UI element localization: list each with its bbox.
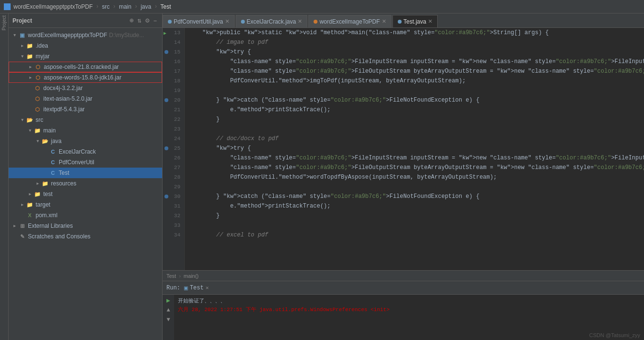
- tab-excel[interactable]: ExcelJarCrack.java ✕: [236, 15, 308, 27]
- code-line-24: // doc/docx to pdf: [189, 134, 640, 144]
- add-icon[interactable]: ⊕: [128, 15, 134, 26]
- tree-item-main[interactable]: ▾📁main: [9, 125, 162, 136]
- tree-item-test[interactable]: ▸📁test: [9, 189, 162, 199]
- tree-icon-folder: 📁: [26, 42, 34, 50]
- tree-item-itext-asian[interactable]: ⬡itext-asian-5.2.0.jar: [9, 93, 162, 104]
- tab-close[interactable]: ✕: [225, 18, 229, 25]
- tab-test[interactable]: Test.java ✕: [392, 15, 438, 27]
- run-tab-label: Test: [190, 285, 204, 291]
- tab-close[interactable]: ✕: [428, 18, 432, 25]
- code-line-25: "kw">try {: [189, 144, 640, 153]
- tab-label: ExcelJarCrack.java: [247, 18, 296, 25]
- code-line-32: }: [189, 211, 640, 221]
- line-number-27: 27: [163, 163, 184, 172]
- scroll-up-button[interactable]: ▲: [164, 306, 172, 314]
- tab-close[interactable]: ✕: [298, 18, 302, 25]
- tree-item-PdfConverUtil[interactable]: CPdfConverUtil: [9, 157, 162, 168]
- tree-arrow[interactable]: ▸: [18, 201, 26, 209]
- editor-breadcrumb: Test › main(): [163, 270, 644, 281]
- tree-label: PdfConverUtil: [59, 159, 94, 166]
- tab-icon: [168, 20, 172, 24]
- line-number-16: 16: [163, 57, 184, 66]
- tree-label: wordExcelImagepptpptxToPDF: [28, 32, 107, 39]
- tree-item-target[interactable]: ▸📁target: [9, 199, 162, 210]
- line-number-31: 31: [163, 201, 184, 211]
- tree-item-Test[interactable]: CTest: [9, 168, 162, 178]
- tree-arrow[interactable]: ▸: [26, 190, 34, 198]
- tree-label: myjar: [36, 53, 50, 60]
- code-line-15: "kw">try {: [189, 47, 640, 57]
- tree-arrow[interactable]: ▾: [18, 116, 26, 124]
- tree-label: Scratches and Consoles: [28, 233, 90, 240]
- line-number-28: 28: [163, 172, 184, 182]
- tree-item-ExcelJarCrack[interactable]: CExcelJarCrack: [9, 146, 162, 157]
- tab-icon: [398, 20, 402, 24]
- tree-icon-folder-src: 📂: [41, 137, 49, 145]
- tree-item-java[interactable]: ▾📂java: [9, 136, 162, 146]
- tree-item-resources[interactable]: ▸📁resources: [9, 178, 162, 189]
- code-line-30: } "kw">catch ("class-name" style="color:…: [189, 192, 640, 201]
- run-label: Run:: [166, 285, 180, 291]
- line-number-13: 13: [163, 28, 184, 38]
- tree-label: .idea: [36, 42, 48, 49]
- tree-icon-jar: ⬡: [34, 74, 42, 81]
- tree-icon-folder-src: 📂: [26, 116, 34, 124]
- tree-icon-folder: 📁: [26, 201, 34, 209]
- minimize-icon[interactable]: –: [152, 16, 158, 26]
- code-line-21: e."method">printStackTrace();: [189, 105, 640, 115]
- code-line-19: [189, 86, 640, 95]
- tree-label: aspose-words-15.8.0-jdk16.jar: [44, 74, 121, 81]
- tree-arrow[interactable]: ▸: [26, 74, 34, 81]
- tree-icon-java-class: C: [49, 148, 57, 156]
- tree-item-aspose-cells[interactable]: ▸⬡aspose-cells-21.8.cracked.jar: [9, 62, 162, 72]
- tree-arrow[interactable]: ▾: [18, 52, 26, 60]
- line-number-26: 26: [163, 153, 184, 163]
- tree-icon-scratches: ✎: [18, 233, 26, 240]
- tree-path: D:\myStude...: [109, 32, 144, 39]
- tree-icon-folder: 📁: [34, 127, 41, 134]
- run-tab-close[interactable]: ✕: [205, 285, 209, 291]
- tree-arrow[interactable]: ▸: [18, 42, 26, 50]
- code-line-26: "class-name" style="color:#a9b7c6;">File…: [189, 153, 640, 163]
- code-line-33: [189, 221, 640, 230]
- tab-close[interactable]: ✕: [382, 18, 386, 25]
- sync-icon[interactable]: ⇅: [137, 15, 142, 26]
- tree-icon-jar: ⬡: [34, 95, 41, 103]
- tab-label: Test.java: [404, 18, 426, 25]
- tab-word[interactable]: wordExcelImageToPDF ✕: [308, 15, 391, 27]
- code-area[interactable]: "kw">public "kw">static "kw">void "metho…: [185, 28, 644, 270]
- tree-item-myjar[interactable]: ▾📁myjar: [9, 51, 162, 62]
- tree-icon-jar: ⬡: [34, 105, 41, 113]
- tab-pdf[interactable]: PdfConvertUtil.java ✕: [163, 15, 235, 27]
- tree-label: pom.xml: [36, 212, 57, 219]
- tree-item-itextpdf[interactable]: ⬡itextpdf-5.4.3.jar: [9, 104, 162, 115]
- tree-item-aspose-words[interactable]: ▸⬡aspose-words-15.8.0-jdk16.jar: [9, 72, 162, 83]
- tree-item-src[interactable]: ▾📂src: [9, 115, 162, 125]
- tree-item-idea[interactable]: ▸📁.idea: [9, 40, 162, 51]
- code-line-16: "class-name" style="color:#a9b7c6;">File…: [189, 57, 640, 66]
- tree-item-scratches[interactable]: ✎Scratches and Consoles: [9, 231, 162, 242]
- tree-label: main: [43, 127, 56, 134]
- tree-label: java: [51, 138, 62, 144]
- editor-content[interactable]: 1314151617181920212223242526272829303132…: [163, 28, 644, 270]
- tree-label: aspose-cells-21.8.cracked.jar: [44, 64, 119, 70]
- tree-arrow[interactable]: ▸: [26, 63, 34, 71]
- run-button[interactable]: ▶: [164, 297, 172, 304]
- console-area[interactable]: ▶ ▲ ▼ 开始验证了、、、、六月 28, 2022 1:27:51 下午 ja…: [163, 294, 644, 340]
- settings-icon[interactable]: ⚙: [144, 15, 150, 26]
- tree-arrow[interactable]: ▾: [34, 137, 41, 145]
- tree-label: itext-asian-5.2.0.jar: [43, 95, 92, 102]
- tree-arrow[interactable]: ▸: [34, 180, 41, 187]
- tree-arrow[interactable]: ▾: [26, 127, 34, 134]
- tree-item-root[interactable]: ▾▣wordExcelImagepptpptxToPDFD:\myStude..…: [9, 30, 162, 40]
- scroll-down-button[interactable]: ▼: [164, 316, 172, 324]
- breadcrumb-test: Test: [166, 273, 176, 279]
- tree-arrow[interactable]: ▾: [11, 31, 18, 39]
- tree-item-ext-libs[interactable]: ▸⊞External Libraries: [9, 221, 162, 231]
- tree-item-pom[interactable]: Xpom.xml: [9, 210, 162, 221]
- tree-item-docx4j[interactable]: ⬡docx4j-3.2.2.jar: [9, 83, 162, 93]
- tree-arrow[interactable]: ▸: [11, 222, 18, 230]
- project-header: Project ⊕ ⇅ ⚙ –: [9, 13, 162, 28]
- line-number-33: 33: [163, 221, 184, 230]
- run-tab[interactable]: ▣ Test ✕: [184, 284, 209, 292]
